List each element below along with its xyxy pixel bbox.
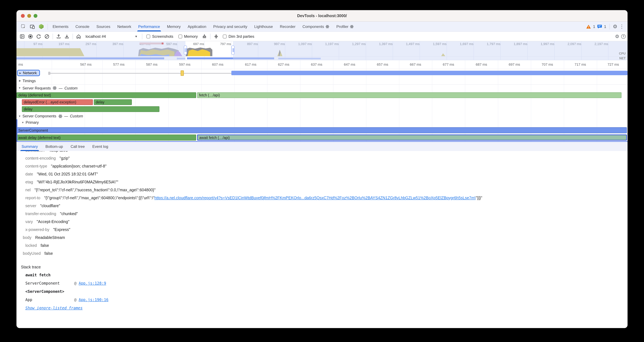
tab-components[interactable]: Components: [299, 22, 333, 32]
flame-bar-delay-deferred-text[interactable]: delay (deferred text): [16, 92, 196, 98]
flame-bar-label: ServerComponent: [18, 128, 48, 132]
property-value: ReadableStream: [35, 235, 65, 240]
device-toolbar-icon[interactable]: [28, 23, 36, 30]
selection-handle-left[interactable]: [184, 45, 187, 55]
flame-bar-delay[interactable]: delay: [94, 99, 132, 105]
panel-tabs: ElementsConsoleSourcesNetworkPerformance…: [49, 22, 357, 32]
network-track-header[interactable]: ▶ Network: [17, 70, 40, 76]
divider: [72, 34, 73, 39]
tab-application[interactable]: Application: [184, 22, 210, 32]
stack-frame-source-link[interactable]: App.js:128:9: [78, 281, 106, 285]
issues-icon[interactable]: [597, 24, 602, 29]
tab-sources[interactable]: Sources: [93, 22, 114, 32]
network-request-marker[interactable]: [181, 71, 184, 76]
tabbar-right-icons: 1 1 ⚙ ⋮: [586, 24, 626, 29]
server-requests-row: delayedError (…ayed exception)delay: [16, 99, 628, 105]
timings-track-label: Timings: [22, 79, 36, 83]
save-profile-icon[interactable]: [63, 33, 71, 40]
flame-bar-delay[interactable]: delay: [22, 106, 160, 112]
record-button[interactable]: [26, 33, 34, 40]
home-icon[interactable]: [75, 33, 82, 40]
details-tab-bottom-up[interactable]: Bottom-up: [42, 142, 67, 151]
details-tab-event-log[interactable]: Event log: [88, 142, 112, 151]
server-components-track-header[interactable]: ▼ Server Components — Custom: [16, 113, 628, 119]
memory-checkbox[interactable]: Memory: [178, 34, 198, 39]
clear-recording-button[interactable]: [43, 33, 51, 40]
stack-frame-source-link[interactable]: App.js:190:16: [78, 297, 108, 302]
flame-bar-servercomponent[interactable]: ServerComponent: [16, 127, 627, 133]
ruler-tick-label: 717 ms: [563, 63, 598, 66]
record-and-reload-button[interactable]: [35, 33, 42, 40]
selection-handle-right[interactable]: [231, 45, 234, 55]
inspect-element-icon[interactable]: [20, 23, 27, 30]
load-profile-icon[interactable]: [55, 33, 62, 40]
flame-bar-delayederror-ayed-exception[interactable]: delayedError (…ayed exception): [22, 99, 93, 105]
tab-performance[interactable]: Performance: [135, 22, 164, 32]
ruler-tick-label: 627 ms: [266, 63, 301, 66]
property-key: etag: [25, 180, 33, 184]
tab-network[interactable]: Network: [114, 22, 135, 32]
network-request-bar[interactable]: [231, 71, 628, 75]
property-key: content-encoding: [25, 156, 56, 160]
help-icon[interactable]: ?: [621, 34, 626, 39]
ruler-tick-label: 707 ms: [530, 63, 564, 66]
tab-profiler[interactable]: Profiler: [333, 22, 357, 32]
history-select[interactable]: localhost #4 ▼: [83, 33, 140, 40]
warnings-icon[interactable]: [586, 24, 591, 29]
property-row-server: server"cloudflare": [16, 202, 628, 210]
property-key: vary: [25, 219, 33, 224]
toggle-sidebar-icon[interactable]: [18, 33, 26, 40]
tab-label: Console: [76, 24, 89, 29]
details-tab-summary[interactable]: Summary: [18, 142, 42, 151]
show-ignore-listed-frames-link[interactable]: Show ignore-listed frames: [25, 306, 82, 310]
flame-chart-tracks[interactable]: ▶ Network ▶ Timings ▼ Server Requests: [16, 69, 628, 142]
screenshots-checkbox[interactable]: Screenshots: [146, 34, 173, 39]
tab-lighthouse[interactable]: Lighthouse: [251, 22, 276, 32]
property-value-suffix: "}]}": [476, 196, 482, 200]
property-value-prefix: "{\"group\":\"cf-nel\",\"max_age\":60480…: [44, 196, 154, 200]
warnings-count[interactable]: 1: [593, 24, 595, 29]
more-options-kebab-icon[interactable]: ⋮: [619, 24, 624, 29]
overview-tick-label: 797 ms: [209, 42, 231, 46]
server-requests-track-header[interactable]: ▼ Server Requests — Custom: [16, 85, 628, 91]
divider: [48, 24, 48, 29]
collapse-flame-icon[interactable]: [212, 33, 220, 40]
tab-label: Memory: [167, 24, 181, 29]
overview-dim-left: [16, 41, 186, 60]
flame-bar-await-fetch-api[interactable]: await fetch (…/api): [197, 135, 627, 141]
flame-bar-fetch-api[interactable]: fetch (…/api): [197, 92, 622, 98]
net-strip-label: NET: [619, 57, 626, 60]
timings-track-row[interactable]: ▶ Timings: [16, 77, 628, 85]
devtools-window: DevTools - localhost:3000/: [16, 10, 628, 328]
property-value-link[interactable]: https://a.nel.cloudflare.com/report/v4?s…: [154, 196, 476, 200]
timeline-overview[interactable]: 97 ms197 ms297 ms397 ms497 ms597 ms697 m…: [16, 41, 628, 60]
dash: —: [59, 86, 62, 90]
property-value: "gzip": [60, 156, 70, 160]
flame-bar-await-delay-deferred-text[interactable]: await delay (deferred text): [16, 135, 196, 141]
performance-toolbar: localhost #4 ▼ Screenshots Memory: [16, 32, 628, 41]
stack-frame-function: App: [25, 297, 74, 302]
property-row-nel: nel"{\"report_to\":\"cf-nel\",\"success_…: [16, 186, 628, 194]
tab-elements[interactable]: Elements: [49, 22, 72, 32]
tab-privacy-and-security[interactable]: Privacy and security: [210, 22, 251, 32]
selected-track-bottom-line: [16, 141, 628, 142]
primary-group-header[interactable]: ▼ Primary: [16, 119, 628, 126]
stack-frame: App@App.js:190:16: [16, 296, 628, 304]
tab-recorder[interactable]: Recorder: [276, 22, 299, 32]
tab-label: Performance: [138, 24, 160, 29]
tab-label: Sources: [96, 24, 110, 29]
dim-third-parties-checkbox[interactable]: Dim 3rd parties: [223, 34, 254, 39]
details-tab-call-tree[interactable]: Call tree: [67, 142, 88, 151]
property-row-content-encoding: content-encoding"gzip": [16, 154, 628, 162]
settings-gear-icon[interactable]: ⚙: [613, 24, 618, 29]
panel-settings-gear-icon[interactable]: ⚙: [615, 34, 619, 39]
tab-memory[interactable]: Memory: [164, 22, 184, 32]
details-tab-label: Summary: [22, 144, 38, 149]
issues-count[interactable]: 1: [604, 24, 606, 29]
tab-console[interactable]: Console: [72, 22, 93, 32]
property-value: "application/json; charset=utf-8": [51, 164, 107, 168]
stack-frame: ServerComponent@App.js:128:9: [16, 279, 628, 287]
custom-suffix: Custom: [70, 114, 83, 118]
collect-garbage-icon[interactable]: [200, 33, 208, 40]
timeline-ruler[interactable]: ms567 ms577 ms587 ms597 ms607 ms617 ms62…: [16, 60, 628, 69]
